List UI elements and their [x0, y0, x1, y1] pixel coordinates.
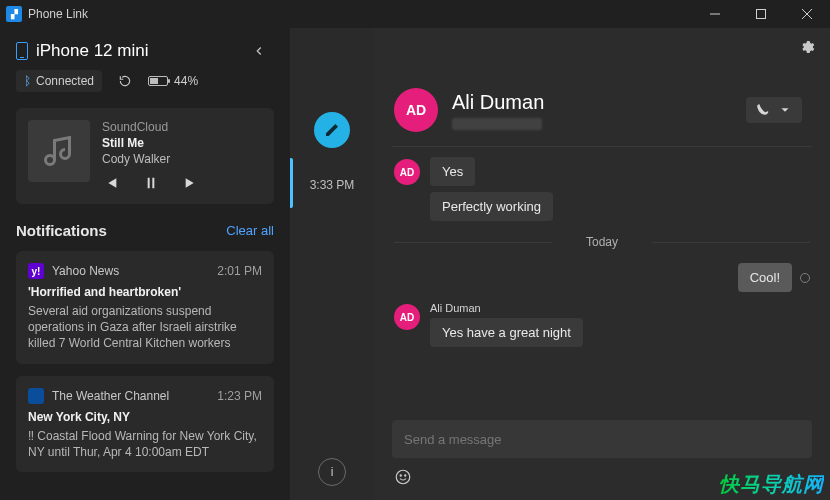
media-track: Still Me — [102, 136, 262, 150]
battery-icon — [148, 76, 168, 86]
thread-time-label[interactable]: 3:33 PM — [310, 178, 355, 192]
svg-rect-0 — [757, 10, 766, 19]
clear-all-button[interactable]: Clear all — [226, 223, 274, 238]
media-artist: Cody Walker — [102, 152, 262, 166]
thread-list-column: 3:33 PM i — [290, 28, 374, 500]
sidebar: iPhone 12 mini ᛒ Connected 44% — [0, 28, 290, 500]
window-close-button[interactable] — [784, 0, 830, 28]
message-bubble-incoming: Yes — [430, 157, 475, 186]
yahoo-news-icon: y! — [28, 263, 44, 279]
battery-status: 44% — [148, 74, 198, 88]
contact-name: Ali Duman — [452, 91, 544, 114]
connection-status-chip[interactable]: ᛒ Connected — [16, 70, 102, 92]
notification-item[interactable]: The Weather Channel 1:23 PM New York Cit… — [16, 376, 274, 472]
notification-time: 2:01 PM — [217, 264, 262, 278]
message-avatar: AD — [394, 159, 420, 185]
conversation-pane: AD Ali Duman AD Yes Perfectly working To… — [374, 28, 830, 500]
notification-app-name: Yahoo News — [52, 264, 119, 278]
divider — [392, 146, 812, 147]
notification-headline: New York City, NY — [28, 410, 262, 424]
media-player-card: SoundCloud Still Me Cody Walker — [16, 108, 274, 204]
message-input-wrapper[interactable] — [392, 420, 812, 458]
message-avatar: AD — [394, 304, 420, 330]
emoji-button[interactable] — [392, 466, 414, 488]
svg-point-2 — [400, 475, 401, 476]
svg-point-3 — [405, 475, 406, 476]
message-sender-name: Ali Duman — [430, 302, 481, 314]
message-bubble-incoming: Perfectly working — [430, 192, 553, 221]
message-bubble-outgoing: Cool! — [738, 263, 792, 292]
media-prev-button[interactable] — [102, 174, 120, 192]
window-titlebar: ▞ Phone Link — [0, 0, 830, 28]
compose-new-message-button[interactable] — [314, 112, 350, 148]
notification-headline: 'Horrified and heartbroken' — [28, 285, 262, 299]
day-separator: Today — [394, 235, 810, 249]
bluetooth-icon: ᛒ — [24, 74, 31, 88]
connection-status-label: Connected — [36, 74, 94, 88]
weather-channel-icon — [28, 388, 44, 404]
notifications-heading: Notifications — [16, 222, 107, 239]
app-title: Phone Link — [28, 7, 88, 21]
info-button[interactable]: i — [318, 458, 346, 486]
contact-avatar: AD — [394, 88, 438, 132]
contact-subtext — [452, 118, 542, 130]
battery-pct-label: 44% — [174, 74, 198, 88]
notification-body: Several aid organizations suspend operat… — [28, 303, 262, 352]
media-pause-button[interactable] — [142, 174, 160, 192]
notification-item[interactable]: y! Yahoo News 2:01 PM 'Horrified and hea… — [16, 251, 274, 364]
window-maximize-button[interactable] — [738, 0, 784, 28]
call-button[interactable] — [746, 97, 802, 123]
window-minimize-button[interactable] — [692, 0, 738, 28]
message-input[interactable] — [404, 432, 800, 447]
app-logo-icon: ▞ — [6, 6, 22, 22]
selected-thread-indicator — [290, 158, 293, 208]
chevron-down-icon — [778, 103, 792, 117]
media-next-button[interactable] — [182, 174, 200, 192]
notification-time: 1:23 PM — [217, 389, 262, 403]
svg-point-1 — [396, 470, 410, 484]
message-status-icon — [800, 273, 810, 283]
notification-body: ‼ Coastal Flood Warning for New York Cit… — [28, 428, 262, 460]
album-art-placeholder-icon — [28, 120, 90, 182]
device-name: iPhone 12 mini — [36, 41, 148, 61]
notification-app-name: The Weather Channel — [52, 389, 169, 403]
media-source: SoundCloud — [102, 120, 262, 134]
message-bubble-incoming: Yes have a great night — [430, 318, 583, 347]
phone-device-icon — [16, 42, 28, 60]
refresh-button[interactable] — [114, 70, 136, 92]
collapse-sidebar-button[interactable] — [244, 36, 274, 66]
